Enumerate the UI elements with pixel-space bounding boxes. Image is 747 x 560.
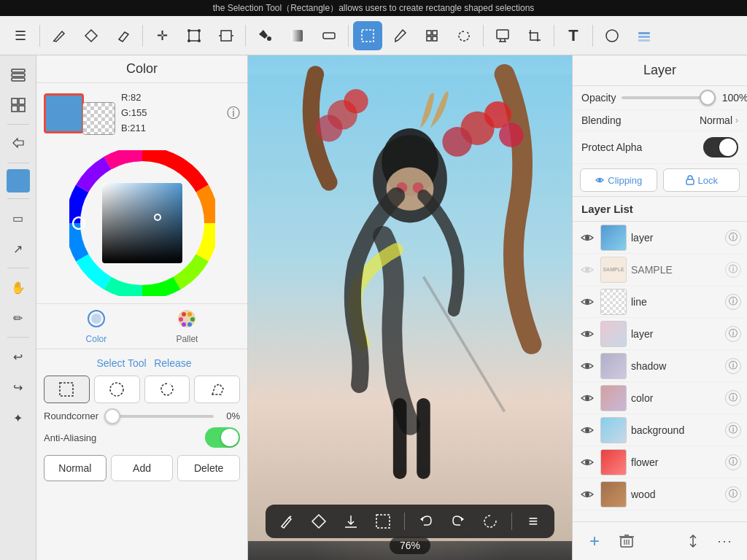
layer-visibility-icon[interactable] — [578, 389, 596, 407]
lock-btn[interactable]: Lock — [663, 168, 740, 192]
layer-info-btn[interactable]: ⓘ — [725, 390, 741, 406]
tab-pallet[interactable]: Pallet — [176, 308, 198, 344]
options-left-icon[interactable]: ✦ — [5, 405, 31, 431]
foreground-swatch[interactable] — [44, 93, 84, 133]
layer-visibility-icon[interactable] — [578, 454, 596, 471]
color-swatches: R:82 G:155 B:211 ⓘ — [36, 83, 247, 143]
layer-item[interactable]: background ⓘ — [573, 414, 747, 446]
bt-download-btn[interactable] — [340, 510, 362, 532]
protect-alpha-toggle[interactable] — [703, 137, 738, 158]
layer-item[interactable]: layer ⓘ — [573, 222, 747, 254]
bt-lasso-btn[interactable] — [479, 510, 501, 532]
layer-visibility-icon[interactable] — [578, 357, 596, 375]
layer-item[interactable]: shadow ⓘ — [573, 350, 747, 382]
layer-visibility-icon[interactable] — [578, 486, 596, 503]
shape-lasso-btn[interactable] — [144, 376, 190, 403]
antialiasing-toggle[interactable] — [205, 427, 240, 448]
color-wheel[interactable] — [69, 150, 215, 296]
color-square[interactable] — [102, 183, 182, 263]
more-layer-btn[interactable]: ··· — [712, 528, 738, 554]
bt-brush-btn[interactable] — [276, 510, 298, 532]
layer-visibility-icon[interactable] — [578, 421, 596, 439]
bt-redo-btn[interactable] — [447, 510, 469, 532]
mode-normal-btn[interactable]: Normal — [44, 455, 107, 481]
layer-item[interactable]: color ⓘ — [573, 382, 747, 414]
lasso-tool-btn[interactable] — [449, 21, 479, 50]
blending-row[interactable]: Blending Normal › — [573, 109, 747, 131]
layer-item[interactable]: wood ⓘ — [573, 478, 747, 510]
transform-tool-btn[interactable] — [179, 21, 209, 50]
layer-info-btn[interactable]: ⓘ — [725, 454, 741, 470]
diamond-tool-btn[interactable] — [77, 21, 106, 50]
smudge-tool-btn[interactable] — [314, 21, 344, 50]
bt-menu-btn[interactable]: ≡ — [522, 510, 544, 532]
color-info-icon[interactable]: ⓘ — [227, 104, 240, 122]
fill-tool-btn[interactable] — [250, 21, 279, 50]
opacity-slider[interactable] — [622, 96, 716, 99]
shape-rect-btn[interactable] — [44, 376, 90, 403]
color-active-block[interactable] — [7, 169, 30, 192]
layer-visibility-icon[interactable] — [578, 261, 596, 279]
svg-marker-0 — [85, 30, 97, 42]
layer-list: layer ⓘ SAMPLE SAMPLE ⓘ line — [573, 222, 747, 521]
layer-item[interactable]: SAMPLE SAMPLE ⓘ — [573, 254, 747, 286]
release-btn[interactable]: Release — [154, 357, 191, 369]
layers-panel-icon[interactable] — [5, 61, 31, 88]
layer-info-btn[interactable]: ⓘ — [725, 230, 741, 246]
mode-delete-btn[interactable]: Delete — [177, 455, 240, 481]
hand-tool-icon[interactable]: ✋ — [5, 274, 31, 300]
move-layer-btn[interactable] — [680, 528, 706, 554]
bt-diamond-btn[interactable] — [308, 510, 330, 532]
layer-item[interactable]: flower ⓘ — [573, 446, 747, 478]
eraser-tool-btn[interactable] — [109, 21, 138, 50]
move-tool-btn[interactable]: ✛ — [147, 21, 177, 50]
crop-tool-btn[interactable] — [520, 21, 549, 50]
eyedropper-tool-btn[interactable] — [385, 21, 414, 50]
pencil-tool-icon[interactable]: ✏ — [5, 305, 31, 331]
brush-tool-btn[interactable] — [44, 21, 74, 50]
shape-tool-btn[interactable] — [597, 21, 627, 50]
layer-info-btn[interactable]: ⓘ — [725, 262, 741, 278]
toolbar-sep-1 — [39, 25, 40, 47]
canvas-area[interactable]: 76% — [248, 55, 572, 560]
layer-info-btn[interactable]: ⓘ — [725, 326, 741, 342]
layer-visibility-icon[interactable] — [578, 325, 596, 343]
stamp-tool-btn[interactable] — [417, 21, 446, 50]
grid-panel-icon[interactable] — [5, 92, 31, 118]
transform2-tool-btn[interactable] — [212, 21, 241, 50]
layer-item[interactable]: line ⓘ — [573, 286, 747, 318]
tab-color[interactable]: Color — [86, 308, 107, 344]
color-wheel-container[interactable] — [36, 143, 247, 303]
mode-add-btn[interactable]: Add — [111, 455, 174, 481]
layer-visibility-icon[interactable] — [578, 229, 596, 246]
bt-select-btn[interactable] — [372, 510, 394, 532]
menu-icon[interactable]: ☰ — [6, 21, 35, 50]
layer-info-btn[interactable]: ⓘ — [725, 486, 741, 502]
undo-left-icon[interactable]: ↩ — [5, 343, 31, 370]
layer-info-btn[interactable]: ⓘ — [725, 294, 741, 310]
layer-item[interactable]: layer ⓘ — [573, 318, 747, 350]
canvas-layer-btn[interactable] — [630, 21, 659, 50]
gradient-tool-btn[interactable] — [282, 21, 311, 50]
clipping-btn[interactable]: Clipping — [580, 168, 657, 192]
bt-undo-btn[interactable] — [415, 510, 437, 532]
text-tool-btn[interactable]: T — [559, 21, 588, 50]
reference-tool-btn[interactable] — [488, 21, 517, 50]
roundcorner-slider[interactable] — [104, 415, 214, 418]
layer-info-btn[interactable]: ⓘ — [725, 358, 741, 374]
layer-panel-title: Layer — [573, 55, 747, 86]
layer-visibility-icon[interactable] — [578, 293, 596, 311]
redo-left-icon[interactable]: ↪ — [5, 374, 31, 400]
select-tool-panel: Select Tool Release Roundcorner — [36, 349, 247, 489]
select-rect-tool-btn[interactable] — [353, 21, 382, 50]
layer-info-btn[interactable]: ⓘ — [725, 422, 741, 438]
svg-rect-24 — [638, 39, 650, 42]
blend-left-icon[interactable]: ▭ — [5, 205, 31, 231]
shape-polygon-btn[interactable] — [194, 376, 240, 403]
transform-arrow-icon[interactable]: ↗ — [5, 236, 31, 262]
shape-ellipse-btn[interactable] — [94, 376, 140, 403]
background-swatch[interactable] — [82, 102, 115, 135]
add-layer-btn[interactable]: + — [581, 528, 608, 554]
flip-icon[interactable] — [5, 131, 31, 157]
delete-layer-btn[interactable] — [614, 528, 640, 554]
